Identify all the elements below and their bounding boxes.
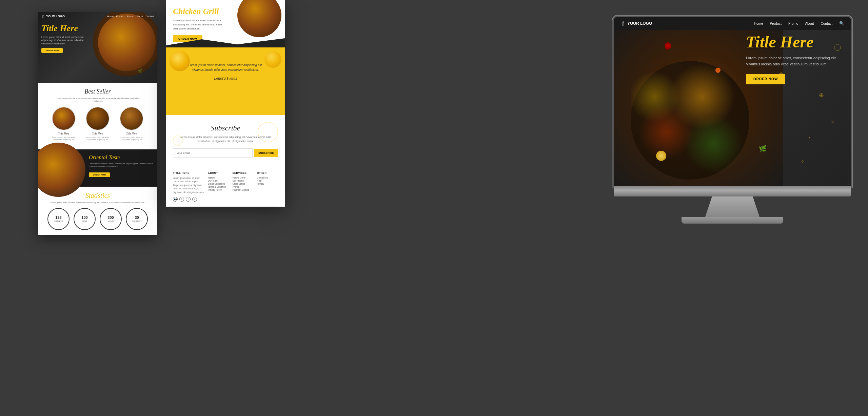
lemon-deco: [656, 151, 666, 161]
stat-outlets: 123 OUTLETS: [47, 208, 70, 230]
rm-nav-promo[interactable]: Promo: [788, 22, 798, 25]
oriental-title: Oriental Taste: [89, 154, 154, 161]
rm-hero-content: Title Here Lorem ipsum dolor sit amet, c…: [746, 34, 841, 84]
nav-contact[interactable]: Contact: [146, 15, 154, 18]
footer-col-1: TITLE HERE Lorem ipsum dolor sit amet, c…: [173, 171, 204, 202]
footer-help-link[interactable]: Help: [257, 180, 278, 182]
email-input[interactable]: [173, 148, 253, 158]
oriental-order-button[interactable]: ORDER NOW: [89, 172, 110, 177]
nav-home[interactable]: Home: [107, 15, 114, 18]
footer-ourteam-link[interactable]: Our Team: [208, 180, 229, 182]
footer-ourproduct-link[interactable]: Our Product: [233, 180, 254, 182]
hero-order-button[interactable]: ORDER NOW: [41, 48, 63, 53]
product-item-1: Title Here Lorem ipsum dolor sit amet, c…: [50, 107, 78, 141]
product-list: Title Here Lorem ipsum dolor sit amet, c…: [41, 107, 154, 141]
monitor-bezel: [614, 186, 851, 196]
footer-col-2-title: ABOUT: [208, 171, 229, 174]
left-logo: 🍴 YOUR LOGO: [41, 15, 107, 18]
rm-search-icon[interactable]: 🔍: [839, 21, 844, 26]
left-nav-links: Home Product Promo About Contact: [107, 15, 154, 18]
rm-nav-home[interactable]: Home: [754, 22, 763, 25]
left-hero: 🍴 YOUR LOGO Home Product Promo About Con…: [38, 12, 157, 83]
testimonial-text: Lorem ipsum dolor sit amet, consectetur …: [183, 63, 268, 72]
rm-nav: 🍴 YOUR LOGO Home Product Promo About Con…: [614, 17, 851, 30]
pepper-deco: [663, 41, 672, 50]
product-item-2: Title Here Lorem ipsum dolor sit amet, c…: [83, 107, 112, 141]
footer-howtoorder-link[interactable]: How to Order: [233, 176, 254, 179]
nav-product[interactable]: Product: [116, 15, 124, 18]
stat-menu-label: MENU: [108, 220, 114, 222]
monitor-base: [682, 217, 783, 224]
fork-knife-icon: 🍴: [41, 15, 45, 18]
rm-deco-garlic: ⊕: [819, 91, 824, 99]
rm-nav-product[interactable]: Product: [770, 22, 781, 25]
hero-description: Lorem ipsum dolor sit amet, consectetur …: [41, 36, 92, 45]
rm-plate: [631, 61, 749, 180]
lemon-decoration: [170, 51, 190, 71]
testimonial-author: Lenora Fields: [183, 76, 268, 81]
rm-nav-about[interactable]: About: [805, 22, 814, 25]
instagram-icon[interactable]: 📷: [173, 197, 178, 202]
stat-chef-label: CHEF: [82, 220, 87, 222]
stat-menu: 300 MENU: [100, 208, 122, 230]
product-item-3: Title Here Lorem ipsum dolor sit amet, c…: [117, 107, 146, 141]
stat-chef-number: 100: [81, 216, 87, 220]
bestseller-desc: Lorem ipsum dolor sit amet, consectetur …: [55, 97, 140, 103]
bestseller-section: Best Seller Lorem ipsum dolor sit amet, …: [38, 83, 157, 149]
deco-circle-1: ○: [129, 77, 130, 80]
footer-col-2: ABOUT History Our Team Brand Guidelines …: [208, 171, 229, 202]
footer-terms-link[interactable]: Terms & Condition: [208, 186, 229, 188]
footer-history-link[interactable]: History: [208, 176, 229, 179]
footer-privacy-link[interactable]: Privacy Policy: [208, 189, 229, 191]
footer-brand-link[interactable]: Brand Guidelines: [208, 183, 229, 185]
herb-deco: 🌿: [759, 145, 766, 152]
statistics-desc: Lorem ipsum dolor sit amet, consectetur …: [41, 201, 154, 204]
rm-deco-dot: ●: [808, 136, 810, 139]
oriental-desc: Lorem ipsum dolor sit amet, consectetur …: [89, 162, 154, 168]
footer-promo-link[interactable]: Promo: [233, 186, 254, 188]
mid-hero-food: [237, 0, 281, 37]
rm-food-items: [631, 61, 749, 180]
rm-deco-pepper: ◊: [802, 159, 804, 164]
footer-col-3: SERVICES How to Order Our Product Order …: [233, 171, 254, 202]
product-image-1: [52, 107, 76, 130]
rm-deco-ring: ○: [831, 119, 834, 124]
stat-outlets-number: 123: [55, 216, 61, 220]
product-desc-3: Lorem ipsum dolor sit amet, consectetur …: [117, 136, 146, 141]
monitor-screen: 🌿 🍴 YOUR LOGO Home Product Promo About C…: [614, 17, 851, 186]
subscribe-section: Subscribe Lorem ipsum dolor sit amet, co…: [166, 115, 285, 166]
pinterest-icon[interactable]: p: [192, 197, 197, 202]
rm-logo: 🍴 YOUR LOGO: [620, 21, 754, 26]
twitter-icon[interactable]: t: [186, 197, 191, 202]
statistics-circles: 123 OUTLETS 100 CHEF 300 MENU 30 COUNTRY: [41, 208, 154, 230]
stat-country-label: COUNTRY: [132, 220, 142, 222]
stat-country-number: 30: [135, 216, 139, 220]
rm-title: Title Here: [746, 34, 841, 50]
product-name-3: Title Here: [117, 132, 146, 135]
rm-deco-ring-sm: [834, 44, 841, 51]
product-image-3: [120, 107, 143, 130]
product-desc-2: Lorem ipsum dolor sit amet, consectetur …: [83, 136, 112, 141]
lemon-right: [264, 51, 281, 68]
subscribe-button[interactable]: SUBSCRIBE: [254, 149, 278, 157]
rm-deco-leaf: ✿: [779, 71, 783, 78]
product-name-1: Title Here: [50, 132, 78, 135]
nav-promo[interactable]: Promo: [127, 15, 134, 18]
stat-chef: 100 CHEF: [74, 208, 96, 230]
mid-hero-desc: Lorem ipsum dolor sit amet, consectetur …: [173, 19, 234, 31]
footer-col-4: OTHER Contact Us Help Privacy: [257, 171, 278, 202]
footer-col-3-title: SERVICES: [233, 171, 254, 174]
footer-orderstatus-link[interactable]: Order Status: [233, 183, 254, 185]
facebook-icon[interactable]: f: [179, 197, 184, 202]
product-desc-1: Lorem ipsum dolor sit amet, consectetur …: [50, 136, 78, 141]
hero-title: Title Here: [41, 24, 92, 34]
footer-grid: TITLE HERE Lorem ipsum dolor sit amet, c…: [173, 171, 278, 202]
stat-menu-number: 300: [107, 216, 114, 220]
footer-privacy2-link[interactable]: Privacy: [257, 183, 278, 185]
footer-col-4-title: OTHER: [257, 171, 278, 174]
footer-contactus-link[interactable]: Contact Us: [257, 176, 278, 179]
nav-about[interactable]: About: [137, 15, 143, 18]
footer-payment-link[interactable]: Payment Method: [233, 189, 254, 191]
rm-fork-icon: 🍴: [620, 21, 626, 26]
rm-nav-contact[interactable]: Contact: [821, 22, 832, 25]
